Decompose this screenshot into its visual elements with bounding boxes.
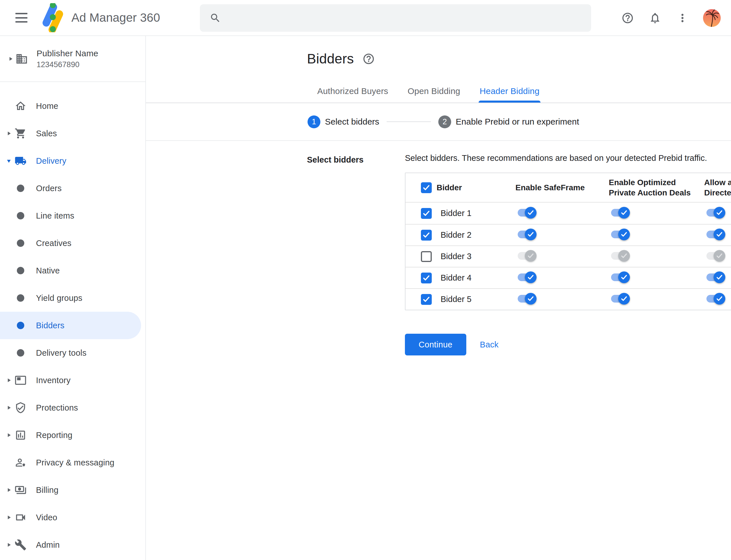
column-header-enable-safeframe: Enable SafeFrame	[515, 183, 609, 193]
sidebar-item-home[interactable]: Home	[0, 92, 145, 120]
truck-icon	[15, 155, 27, 167]
chevron-right-icon	[6, 130, 12, 137]
sidebar-item-reporting[interactable]: Reporting	[0, 421, 145, 449]
toggle-enable-optimized-private-auction-deals[interactable]	[611, 209, 628, 217]
sidebar-item-creatives[interactable]: Creatives	[0, 229, 145, 257]
wrench-icon	[15, 539, 27, 551]
table-header-row: Bidder Enable SafeFrame Enable Optimized…	[405, 173, 731, 203]
sidebar-item-label: Protections	[36, 403, 78, 413]
expand-arrow-slot	[5, 432, 13, 438]
person-shield-icon	[15, 457, 27, 469]
back-link[interactable]: Back	[480, 340, 499, 349]
row-checkbox[interactable]	[421, 294, 432, 305]
tab-authorized-buyers[interactable]: Authorized Buyers	[308, 80, 398, 103]
step-number-badge: 2	[438, 115, 451, 128]
sidebar-nav-list: HomeSalesDeliveryOrdersLine itemsCreativ…	[0, 82, 145, 559]
bullet-icon	[17, 212, 24, 219]
row-checkbox[interactable]	[421, 273, 432, 283]
toggle-enable-optimized-private-auction-deals[interactable]	[611, 252, 628, 260]
toggle-enable-safeframe[interactable]	[518, 231, 534, 238]
sidebar-item-video[interactable]: Video	[0, 504, 145, 531]
search-icon	[210, 12, 221, 24]
nav-icon-slot	[14, 429, 27, 441]
nav-icon-slot	[14, 539, 27, 551]
help-button[interactable]	[621, 12, 634, 24]
search-input[interactable]	[200, 4, 591, 32]
sidebar-item-admin[interactable]: Admin	[0, 531, 145, 559]
toggle-enable-safeframe[interactable]	[518, 273, 534, 281]
sidebar-item-inventory[interactable]: Inventory	[0, 367, 145, 394]
bullet-icon	[17, 349, 24, 357]
check-icon	[527, 252, 534, 260]
topbar: Ad Manager 360	[0, 0, 731, 36]
sidebar-item-sales[interactable]: Sales	[0, 120, 145, 147]
sidebar-item-native[interactable]: Native	[0, 257, 145, 284]
toggle-allow-ads-on-child-directed-requests[interactable]	[706, 295, 723, 303]
toggle-enable-safeframe[interactable]	[518, 252, 534, 260]
expand-arrow-slot	[5, 158, 13, 164]
chevron-down-icon	[6, 158, 12, 164]
avatar[interactable]	[703, 9, 721, 27]
sidebar-item-orders[interactable]: Orders	[0, 175, 145, 202]
expand-arrow-slot	[5, 487, 13, 493]
toggle-allow-ads-on-child-directed-requests[interactable]	[706, 231, 723, 238]
sidebar-item-label: Native	[36, 266, 60, 275]
sidebar-item-label: Line items	[36, 211, 74, 221]
toggle-enable-optimized-private-auction-deals[interactable]	[611, 295, 628, 303]
step-1[interactable]: 1Select bidders	[308, 115, 379, 128]
nav-icon-slot	[14, 374, 27, 386]
menu-icon[interactable]	[15, 13, 28, 23]
page-help-icon[interactable]	[363, 53, 375, 65]
check-icon	[620, 273, 628, 281]
sidebar-item-delivery[interactable]: Delivery	[0, 147, 145, 175]
toggle-allow-ads-on-child-directed-requests[interactable]	[706, 252, 723, 260]
more-vert-icon	[676, 12, 689, 24]
sidebar: Publisher Name 1234567890 HomeSalesDeliv…	[0, 36, 146, 560]
sidebar-item-delivery-tools[interactable]: Delivery tools	[0, 339, 145, 367]
sidebar-item-billing[interactable]: Billing	[0, 476, 145, 504]
chevron-right-icon	[6, 514, 12, 521]
more-options-button[interactable]	[676, 12, 689, 24]
sidebar-item-bidders[interactable]: Bidders	[0, 312, 141, 339]
row-checkbox[interactable]	[421, 230, 432, 241]
expand-arrow-slot	[5, 377, 13, 383]
check-icon	[716, 209, 723, 217]
sidebar-item-protections[interactable]: Protections	[0, 394, 145, 421]
sidebar-item-label: Sales	[36, 129, 57, 138]
table-row: Bidder 1	[405, 203, 731, 224]
toggle-enable-optimized-private-auction-deals[interactable]	[611, 273, 628, 281]
row-checkbox[interactable]	[421, 251, 432, 262]
column-header-optimized-deals: Enable Optimized Private Auction Deals	[609, 177, 704, 198]
select-all-checkbox[interactable]	[421, 182, 432, 193]
nav-icon-slot	[14, 155, 27, 167]
notifications-button[interactable]	[649, 12, 661, 24]
sidebar-item-yield-groups[interactable]: Yield groups	[0, 284, 145, 312]
sidebar-item-label: Inventory	[36, 376, 71, 385]
toggle-enable-safeframe[interactable]	[518, 209, 534, 217]
sidebar-item-label: Reporting	[36, 431, 73, 440]
toggle-enable-safeframe[interactable]	[518, 295, 534, 303]
check-icon	[527, 295, 534, 303]
page-title: Bidders	[307, 51, 354, 67]
step-2[interactable]: 2Enable Prebid or run experiment	[438, 115, 579, 128]
sidebar-item-label: Yield groups	[36, 293, 83, 303]
tab-header-bidding[interactable]: Header Bidding	[470, 80, 549, 103]
select-bidders-section: Select bidders Select bidders. These rec…	[146, 141, 731, 355]
chevron-right-icon	[6, 405, 12, 411]
sidebar-item-line-items[interactable]: Line items	[0, 202, 145, 229]
body-row: Publisher Name 1234567890 HomeSalesDeliv…	[0, 36, 731, 560]
tab-open-bidding[interactable]: Open Bidding	[398, 80, 470, 103]
chevron-right-icon	[6, 542, 12, 548]
nav-icon-slot	[14, 212, 27, 219]
toggle-allow-ads-on-child-directed-requests[interactable]	[706, 273, 723, 281]
publisher-switcher[interactable]: Publisher Name 1234567890	[0, 36, 145, 82]
nav-icon-slot	[14, 239, 27, 247]
bullet-icon	[17, 294, 24, 302]
row-checkbox[interactable]	[421, 208, 432, 219]
sidebar-item-privacy-messaging[interactable]: Privacy & messaging	[0, 449, 145, 476]
continue-button[interactable]: Continue	[405, 334, 466, 355]
step-connector	[386, 121, 431, 122]
nav-icon-slot	[14, 349, 27, 357]
toggle-enable-optimized-private-auction-deals[interactable]	[611, 231, 628, 238]
toggle-allow-ads-on-child-directed-requests[interactable]	[706, 209, 723, 217]
